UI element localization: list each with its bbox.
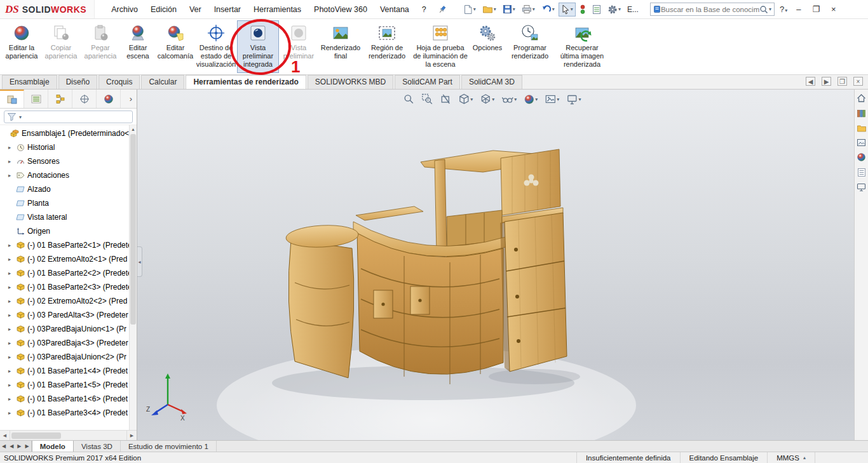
tree-item-sensores[interactable]: ▸ Sensores	[0, 154, 129, 168]
expander-icon[interactable]: ▸	[8, 158, 15, 164]
tree-item-planta[interactable]: Planta	[0, 196, 129, 210]
tree-vertical-scrollbar[interactable]: ▲	[129, 125, 137, 430]
maximize-icon[interactable]: ❐	[812, 5, 820, 13]
paste-appearance-button[interactable]: Pegar apariencia	[81, 20, 120, 73]
display-manager-tab[interactable]	[97, 90, 121, 108]
undo-icon[interactable]: ▾	[539, 3, 557, 16]
graphics-area[interactable]: ▾ ▾ ▾ ▾ ▾ ▾	[137, 90, 854, 440]
tree-item-alzado[interactable]: Alzado	[0, 182, 129, 196]
tree-item-component[interactable]: ▸(-) 01 BaseParte1<4> (Predet	[0, 364, 129, 378]
traffic-light-icon[interactable]	[577, 3, 588, 17]
tab-croquis[interactable]: Croquis	[98, 75, 140, 89]
panel-splitter-handle[interactable]: ◂	[137, 246, 142, 277]
first-tab-icon[interactable]: ◀	[2, 443, 6, 449]
dimxpert-manager-tab[interactable]	[72, 90, 97, 108]
tab-solidworks-mbd[interactable]: SOLIDWORKS MBD	[308, 75, 393, 89]
dock-right-icon[interactable]: ▶	[822, 77, 831, 86]
display-state-target-button[interactable]: Destino de estado de visualización	[195, 20, 237, 73]
edit-appearance-button[interactable]: Editar la apariencia	[2, 20, 41, 73]
tree-item-origen[interactable]: Origen	[0, 224, 129, 238]
appearance-ball-icon[interactable]: ▾	[523, 93, 538, 105]
menu-insertar[interactable]: Insertar	[208, 0, 247, 19]
left-round-cabinet[interactable]	[285, 224, 359, 378]
expander-icon[interactable]: ▸	[8, 242, 15, 248]
float-panel-icon[interactable]: ❐	[837, 77, 847, 86]
tree-item-component[interactable]: ▸(-) 03 ParedAlta<3> (Predeter	[0, 308, 129, 322]
search-dropdown-caret[interactable]: ▾	[769, 6, 771, 12]
expander-icon[interactable]: ▸	[8, 256, 15, 262]
tab-solidcam-part[interactable]: SolidCAM Part	[395, 75, 460, 89]
tab-herramientas-de-renderizado[interactable]: Herramientas de renderizado	[186, 75, 306, 89]
expander-icon[interactable]: ▸	[8, 144, 15, 151]
expander-icon[interactable]: ▸	[8, 340, 15, 346]
last-tab-icon[interactable]: ▶	[25, 443, 29, 449]
tab-solidcam-3d[interactable]: SolidCAM 3D	[461, 75, 522, 89]
tree-item-component[interactable]: ▸(-) 01 BaseParte2<2> (Predete	[0, 266, 129, 280]
scroll-left-icon[interactable]: ◀	[0, 431, 10, 441]
hide-show-items-icon[interactable]: ▾	[501, 93, 517, 105]
expander-icon[interactable]: ▸	[8, 298, 15, 304]
prev-tab-icon[interactable]: ◀	[10, 443, 13, 449]
right-upper-cabinet[interactable]	[501, 149, 560, 215]
expander-icon[interactable]: ▸	[8, 382, 15, 388]
print-icon[interactable]: ▾	[519, 3, 538, 16]
menu-ventana[interactable]: Ventana	[374, 0, 416, 19]
tree-item-component[interactable]: ▸(-) 01 BaseParte2<3> (Predete	[0, 280, 129, 294]
tab-calcular[interactable]: Calcular	[141, 75, 184, 89]
toolbar-extra-label[interactable]: E...	[627, 5, 639, 14]
forum-icon[interactable]	[857, 183, 866, 192]
pin-icon[interactable]	[438, 5, 447, 14]
view-palette-icon[interactable]	[857, 138, 866, 147]
edit-decal-button[interactable]: Editar calcomanía	[156, 20, 195, 73]
file-explorer-icon[interactable]	[857, 124, 867, 133]
expander-icon[interactable]: ▸	[8, 312, 15, 318]
edit-scene-button[interactable]: Editar escena	[120, 20, 156, 73]
menu-photoview-360[interactable]: PhotoView 360	[308, 0, 374, 19]
view-settings-icon[interactable]: ▾	[566, 93, 581, 105]
expander-icon[interactable]: ▸	[8, 172, 15, 178]
gear-icon[interactable]: ▾	[605, 3, 623, 17]
scroll-thumb[interactable]	[11, 433, 61, 439]
integrated-preview-button[interactable]: Vista preliminar integrada	[237, 20, 279, 73]
menu-edicion[interactable]: Edición	[144, 0, 183, 19]
tree-item-component[interactable]: ▸(-) 01 BaseParte1<6> (Predet	[0, 392, 129, 406]
copy-appearance-button[interactable]: Copiar apariencia	[41, 20, 81, 73]
tree-item-component[interactable]: ▸(-) 03ParedBaja<3> (Predeter	[0, 336, 129, 350]
close-panel-icon[interactable]: ×	[853, 77, 863, 86]
final-render-button[interactable]: Renderizado final	[318, 20, 363, 73]
expander-icon[interactable]: ▸	[8, 270, 15, 276]
view-orientation-icon[interactable]: ▾	[458, 93, 473, 105]
configuration-manager-tab[interactable]	[48, 90, 72, 108]
tree-item-ensamblaje1[interactable]: Ensamblaje1 (Predeterminado<E	[0, 126, 129, 140]
expander-icon[interactable]: ▸	[8, 396, 15, 402]
tree-item-component[interactable]: ▸(-) 01 BaseParte3<4> (Predet	[0, 406, 129, 420]
display-style-icon[interactable]: ▾	[479, 93, 495, 105]
render-region-button[interactable]: Región de renderizado	[363, 20, 411, 73]
search-input[interactable]	[661, 6, 759, 13]
tab-vistas-3d[interactable]: Vistas 3D	[74, 441, 121, 452]
tab-estudio-movimiento-1[interactable]: Estudio de movimiento 1	[121, 441, 217, 452]
expander-icon[interactable]: ▸	[8, 354, 15, 360]
tree-horizontal-scrollbar[interactable]: ◀ ▶	[0, 430, 137, 440]
help-icon[interactable]: ?▾	[780, 4, 787, 14]
apply-scene-icon[interactable]: ▾	[544, 93, 560, 105]
home-icon[interactable]	[857, 93, 866, 103]
property-manager-tab[interactable]	[24, 90, 48, 108]
close-icon[interactable]: ×	[831, 5, 836, 13]
new-document-icon[interactable]: ▾	[461, 3, 478, 17]
tree-item-anotaciones[interactable]: ▸ Anotaciones	[0, 168, 129, 182]
tree-item-component[interactable]: ▸(-) 02 ExtremoAlto2<1> (Pred	[0, 252, 129, 266]
tree-item-historial[interactable]: ▸ Historial	[0, 140, 129, 154]
menu-herramientas[interactable]: Herramientas	[247, 0, 308, 19]
menu-help[interactable]: ?	[416, 0, 433, 19]
search-icon[interactable]	[759, 5, 768, 14]
tree-item-component[interactable]: ▸(-) 01 BaseParte2<1> (Predete	[0, 238, 129, 252]
scroll-up-icon[interactable]: ▲	[130, 125, 137, 133]
next-tab-icon[interactable]: ▶	[17, 443, 21, 449]
tab-diseno[interactable]: Diseño	[58, 75, 97, 89]
schedule-render-button[interactable]: Programar renderizado	[505, 20, 555, 73]
units-selector[interactable]: MMGS▴	[767, 452, 815, 463]
zoom-area-icon[interactable]	[421, 93, 433, 105]
design-library-icon[interactable]	[857, 109, 866, 118]
center-top-shelf[interactable]	[356, 206, 423, 220]
